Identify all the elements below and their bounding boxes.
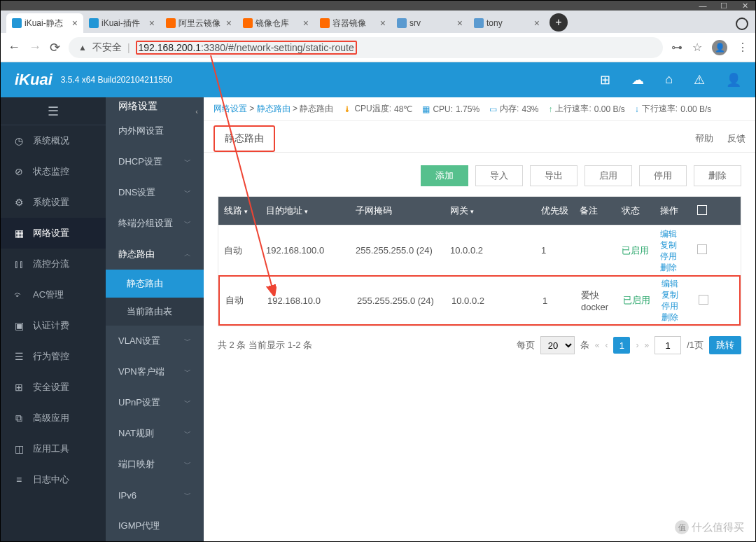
nav2-item[interactable]: VPN客户端﹀ [106, 356, 204, 387]
nav1-item[interactable]: ⊞安全设置 [1, 372, 106, 403]
sort-icon[interactable]: ▾ [304, 208, 308, 215]
tab-close-icon[interactable]: × [226, 18, 232, 29]
new-tab-button[interactable]: + [550, 13, 568, 32]
window-close-icon[interactable]: ✕ [737, 1, 752, 10]
nav1-item[interactable]: ▦网络设置 [1, 218, 106, 249]
tab-static-route[interactable]: 静态路由 [214, 125, 275, 152]
window-min-icon[interactable]: — [695, 1, 710, 10]
nav2-item[interactable]: NAT规则﹀ [106, 418, 204, 449]
export-button[interactable]: 导出 [530, 165, 578, 186]
nav2-subitem[interactable]: 静态路由 [106, 270, 204, 298]
nav2-item[interactable]: VLAN设置﹀ [106, 326, 204, 356]
profile-icon[interactable]: 👤 [712, 40, 727, 55]
url-input[interactable]: ▲ 不安全 | 192.168.200.1:3380/#/network-set… [69, 37, 663, 58]
row-delete-link[interactable]: 删除 [660, 262, 684, 273]
browser-tab[interactable]: 容器镜像× [314, 13, 391, 33]
select-all-checkbox[interactable] [697, 205, 707, 215]
key-icon[interactable]: ⊶ [671, 41, 682, 54]
page-prev-icon[interactable]: ‹ [605, 340, 608, 350]
cloud-icon[interactable]: ☁ [631, 72, 644, 88]
tab-close-icon[interactable]: × [534, 18, 540, 29]
browser-tabstrip: iKuai-静态×iKuai-插件×阿里云镜像×镜像仓库×容器镜像×srv×to… [1, 11, 755, 33]
col-dest[interactable]: 目的地址 [266, 205, 302, 216]
tab-close-icon[interactable]: × [303, 18, 309, 29]
bookmark-icon[interactable]: ☆ [692, 41, 702, 54]
apps-icon[interactable]: ⊞ [600, 72, 610, 88]
nav1-item[interactable]: ◫应用工具 [1, 433, 106, 464]
nav2-item[interactable]: 端口映射﹀ [106, 449, 204, 480]
browser-tab[interactable]: 镜像仓库× [237, 13, 314, 33]
nav2-item[interactable]: IGMP代理 [106, 510, 204, 541]
row-edit-link[interactable]: 编辑 [660, 228, 684, 239]
enable-button[interactable]: 启用 [584, 165, 632, 186]
profile-switcher-icon[interactable] [736, 18, 748, 30]
page-last-icon[interactable]: » [644, 340, 649, 350]
home-icon[interactable]: ⌂ [665, 72, 673, 88]
user-icon[interactable]: 👤 [726, 72, 741, 88]
nav2-item[interactable]: DHCP设置﹀ [106, 146, 204, 177]
row-copy-link[interactable]: 复制 [660, 239, 684, 251]
nav1-item[interactable]: ▣认证计费 [1, 310, 106, 341]
row-disable-link[interactable]: 停用 [662, 300, 685, 312]
chevron-down-icon: ﹀ [184, 188, 191, 197]
help-link[interactable]: 帮助 [695, 132, 713, 145]
browser-tab[interactable]: iKuai-插件× [83, 13, 160, 33]
tab-close-icon[interactable]: × [72, 18, 78, 29]
row-delete-link[interactable]: 删除 [662, 312, 685, 323]
page-first-icon[interactable]: « [595, 340, 600, 350]
tab-close-icon[interactable]: × [380, 18, 386, 29]
browser-tab[interactable]: tony× [468, 13, 545, 33]
row-checkbox[interactable] [699, 295, 708, 305]
page-next-icon[interactable]: › [636, 340, 638, 350]
browser-tab[interactable]: srv× [391, 13, 468, 33]
nav2-item[interactable]: UPnP设置﹀ [106, 387, 204, 418]
import-button[interactable]: 导入 [475, 165, 523, 186]
row-edit-link[interactable]: 编辑 [662, 278, 685, 289]
nav1-item[interactable]: ⫿⫿流控分流 [1, 249, 106, 279]
window-max-icon[interactable]: ☐ [716, 1, 732, 10]
col-line[interactable]: 线路 [224, 205, 242, 216]
col-gw[interactable]: 网关 [450, 205, 468, 216]
watermark-icon: 值 [675, 520, 689, 534]
sort-icon[interactable]: ▾ [244, 208, 248, 215]
nav1-item[interactable]: ⚙系统设置 [1, 187, 106, 218]
nav2-collapse-icon[interactable]: ‹ [195, 107, 198, 116]
browser-tab[interactable]: iKuai-静态× [6, 13, 83, 33]
nav2-item[interactable]: IPv6﹀ [106, 480, 204, 510]
nav1-item[interactable]: ⊘状态监控 [1, 156, 106, 187]
page-go-button[interactable]: 跳转 [709, 336, 741, 354]
nav2-item[interactable]: 静态路由︿ [106, 239, 204, 270]
crumb-p1[interactable]: 网络设置 [214, 104, 247, 113]
nav2-subitem[interactable]: 当前路由表 [106, 298, 204, 326]
delete-button[interactable]: 删除 [694, 165, 741, 186]
add-button[interactable]: 添加 [421, 165, 468, 186]
row-disable-link[interactable]: 停用 [660, 251, 684, 262]
nav1-item[interactable]: ≡日志中心 [1, 464, 106, 495]
menu-icon[interactable]: ⋮ [737, 41, 748, 54]
sort-icon[interactable]: ▾ [470, 208, 474, 215]
page-input[interactable] [654, 336, 681, 354]
row-copy-link[interactable]: 复制 [662, 289, 685, 300]
nav-back-icon[interactable]: ← [8, 40, 20, 55]
tab-close-icon[interactable]: × [457, 18, 463, 29]
page-current[interactable]: 1 [613, 337, 630, 354]
nav1-item[interactable]: ᯤAC管理 [1, 279, 106, 310]
nav-forward-icon[interactable]: → [29, 40, 41, 55]
nav1-item[interactable]: ⧉高级应用 [1, 403, 106, 433]
nav-reload-icon[interactable]: ⟳ [50, 40, 60, 55]
tab-close-icon[interactable]: × [149, 18, 155, 29]
nav1-item[interactable]: ◷系统概况 [1, 125, 106, 156]
nav1-item[interactable]: ☰行为管控 [1, 341, 106, 372]
nav-icon: ☰ [13, 351, 24, 362]
feedback-link[interactable]: 反馈 [727, 132, 746, 145]
perpage-select[interactable]: 20 [540, 336, 575, 354]
nav-toggle-icon[interactable]: ☰ [1, 97, 106, 125]
alert-icon[interactable]: ⚠ [694, 72, 705, 88]
row-checkbox[interactable] [697, 244, 707, 254]
nav2-item[interactable]: DNS设置﹀ [106, 177, 204, 208]
browser-tab[interactable]: 阿里云镜像× [160, 13, 237, 33]
nav2-item[interactable]: 终端分组设置﹀ [106, 208, 204, 239]
nav2-item[interactable]: 内外网设置 [106, 116, 204, 146]
crumb-p2[interactable]: 静态路由 [257, 104, 290, 113]
disable-button[interactable]: 停用 [639, 165, 687, 186]
